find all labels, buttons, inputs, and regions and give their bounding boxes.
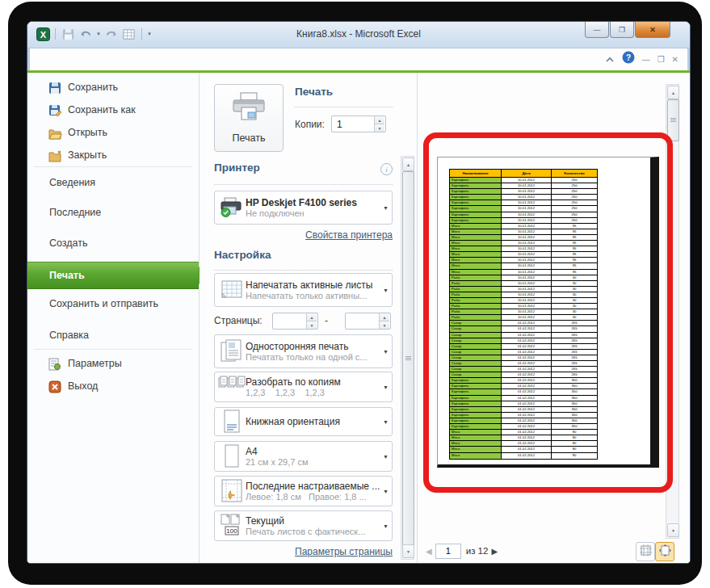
copies-stepper[interactable]: 1 ▲▼ — [331, 116, 386, 132]
date-cell: 10.01.2012 — [502, 315, 552, 320]
setting-dropdown-1[interactable]: Односторонняя печатьПечатать только на о… — [214, 334, 393, 368]
sidebar-item-сохранить[interactable]: Сохранить — [27, 77, 199, 98]
printer-small-icon — [218, 197, 246, 218]
product-cell: Рыба — [450, 275, 502, 280]
sidebar-item-label: Параметры — [68, 353, 122, 374]
printer-info-icon[interactable]: i — [380, 163, 393, 175]
excel-window: Книга8.xlsx - Microsoft Excel X ▼ ▼ — ❐ … — [27, 21, 691, 564]
product-cell: Картофель — [450, 200, 502, 205]
qty-cell: 95 — [552, 241, 597, 246]
sidebar-item-создать[interactable]: Создать — [27, 233, 199, 254]
product-cell: Мясо — [450, 447, 502, 452]
close-button[interactable]: ✕ — [635, 22, 670, 38]
sidebar-item-открыть[interactable]: Открыть — [27, 122, 199, 143]
date-cell: 10.01.2012 — [502, 263, 552, 268]
ribbon-right-controls: ? — ❐ ✕ — [605, 51, 678, 67]
scroll-up-icon[interactable]: ▲ — [667, 86, 679, 99]
date-cell: 10.01.2012 — [502, 229, 552, 234]
table-tool-icon[interactable] — [122, 27, 137, 41]
settings-scrollbar[interactable]: ▲ ▼ — [401, 156, 414, 560]
workbook-restore-icon[interactable]: ❐ — [657, 55, 665, 64]
scroll-down-icon[interactable]: ▼ — [402, 544, 414, 558]
collapse-ribbon-icon[interactable] — [605, 52, 615, 66]
qty-cell: 265 — [552, 333, 597, 338]
excel-logo-icon[interactable]: X — [36, 27, 50, 41]
page-number-input[interactable] — [435, 544, 461, 559]
scroll-down-icon[interactable]: ▼ — [667, 523, 679, 537]
product-cell: Мясо — [450, 430, 502, 435]
stepper-up-icon: ▲ — [379, 313, 389, 321]
product-cell: Картофель — [450, 396, 502, 401]
date-cell: 10.01.2012 — [502, 212, 552, 217]
printer-properties-link[interactable]: Свойства принтера — [214, 229, 393, 241]
scroll-up-icon[interactable]: ▲ — [402, 158, 414, 171]
chevron-down-icon: ▼ — [383, 523, 389, 529]
sidebar-item-сохранить-как[interactable]: Сохранить как — [27, 99, 199, 120]
zoom-to-page-button[interactable] — [655, 542, 674, 561]
setting-dropdown-2[interactable]: Разобрать по копиям1,2,3 1,2,3 1,2,3▼ — [214, 372, 393, 402]
previous-page-icon[interactable]: ◀ — [426, 547, 432, 556]
sidebar-item-параметры[interactable]: Параметры — [27, 353, 199, 374]
pages-to-input[interactable]: ▲▼ — [345, 313, 391, 330]
sidebar-item-выход[interactable]: Выход — [27, 376, 199, 397]
stepper-up-icon: ▲ — [306, 313, 317, 321]
date-cell: 10.01.2012 — [502, 241, 552, 246]
qty-cell: 265 — [552, 350, 597, 355]
preview-table-row: Мясо01.02.201280 — [450, 430, 597, 435]
product-cell: Рыба — [450, 309, 502, 314]
sidebar-item-label: Сохранить — [68, 77, 118, 98]
product-cell: Картофель — [450, 413, 502, 418]
undo-icon[interactable] — [78, 27, 93, 41]
preview-scrollbar[interactable]: ▲ ▼ — [666, 84, 679, 539]
sidebar-item-сведения[interactable]: Сведения — [27, 172, 199, 193]
sidebar-item-закрыть[interactable]: Закрыть — [27, 145, 199, 166]
minimize-button[interactable]: — — [585, 22, 609, 38]
setting-dropdown-4[interactable]: A421 см x 29,7 см▼ — [214, 441, 393, 472]
preview-table-row: Картофель10.01.2012250 — [450, 212, 597, 218]
help-icon[interactable]: ? — [622, 51, 635, 67]
printer-dropdown[interactable]: HP Deskjet F4100 series Не подключен ▼ — [214, 191, 393, 225]
preview-bottom-bar: ◀ из 12 ▶ — [418, 539, 691, 563]
preview-table-row: Рыба10.01.201230 — [450, 315, 597, 321]
sidebar-item-печать[interactable]: Печать — [27, 262, 199, 289]
pages-from-input[interactable]: ▲▼ — [272, 313, 318, 330]
copies-label: Копии: — [295, 119, 325, 130]
save-icon[interactable] — [61, 27, 75, 41]
paper-a4-icon — [218, 443, 246, 469]
setting-dropdown-3[interactable]: Книжная ориентация▼ — [214, 407, 393, 436]
product-cell: Картофель — [450, 384, 502, 388]
print-button[interactable]: Печать — [214, 84, 284, 152]
qty-cell: 250 — [552, 218, 597, 223]
scrollbar-thumb[interactable] — [667, 99, 679, 141]
qty-cell: 95 — [552, 258, 597, 262]
undo-caret-icon[interactable]: ▼ — [96, 32, 101, 36]
next-page-icon[interactable]: ▶ — [491, 547, 498, 556]
sidebar-item-последние[interactable]: Последние — [27, 202, 199, 223]
workbook-close-icon[interactable]: ✕ — [672, 55, 678, 64]
sidebar-item-справка[interactable]: Справка — [27, 325, 199, 346]
svg-text:100: 100 — [226, 527, 237, 535]
setting-dropdown-6[interactable]: 100ТекущийПечать листов с фактическ...▼ — [214, 510, 393, 541]
restore-button[interactable]: ❐ — [610, 22, 634, 38]
scrollbar-thumb[interactable] — [402, 171, 414, 546]
sidebar-item-сохранить-и-отправить[interactable]: Сохранить и отправить — [27, 293, 199, 314]
preview-table-row: Картофель10.01.2012250 — [450, 195, 597, 200]
qty-cell: 30 — [552, 309, 597, 314]
stepper-arrows[interactable]: ▲▼ — [374, 116, 384, 132]
product-cell: Картофель — [450, 424, 502, 429]
redo-icon[interactable] — [104, 27, 119, 41]
date-cell: 10.01.2012 — [502, 178, 552, 183]
preview-table-row: Мясо01.02.201280 — [450, 435, 597, 441]
preview-table-row: Картофель10.01.2012250 — [450, 183, 597, 189]
show-margins-button[interactable] — [636, 542, 655, 561]
preview-table-row: Рыба10.01.201230 — [450, 281, 597, 287]
qat-separator — [55, 28, 56, 40]
setting-dropdown-5[interactable]: Последние настраиваемые ...Левое: 1,8 см… — [214, 476, 393, 506]
workbook-minimize-icon[interactable]: — — [642, 55, 650, 64]
preview-table-row: Сахар01.02.2012265 — [450, 367, 597, 372]
product-cell: Сахар — [450, 367, 502, 372]
customize-qat-icon[interactable]: ▼ — [147, 32, 152, 36]
dropdown-title: Книжная ориентация — [246, 416, 380, 427]
page-setup-link[interactable]: Параметры страницы — [214, 546, 393, 557]
setting-dropdown-0[interactable]: Напечатать активные листыНапечатать толь… — [214, 273, 393, 307]
